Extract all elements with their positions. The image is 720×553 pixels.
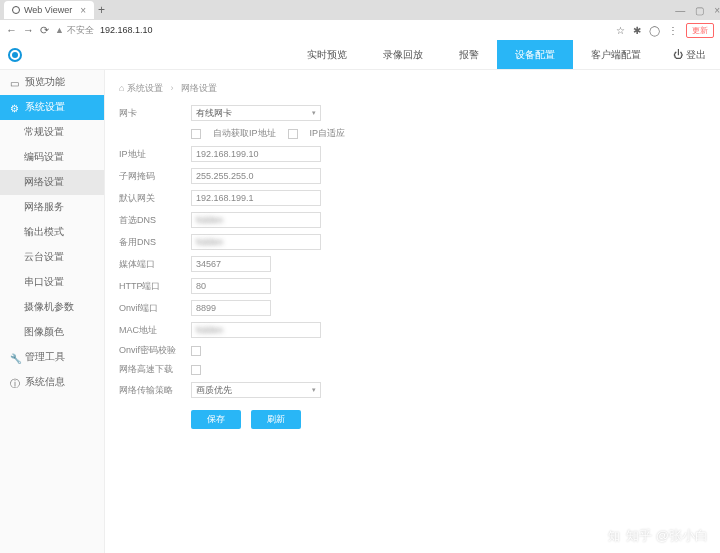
nic-label: 网卡	[119, 107, 191, 120]
chevron-down-icon: ▾	[312, 386, 316, 394]
ip-input[interactable]: 192.168.199.10	[191, 146, 321, 162]
top-nav: 实时预览 录像回放 报警 设备配置 客户端配置 ⏻ 登出	[0, 40, 720, 70]
tab-title: Web Viewer	[24, 5, 72, 15]
address-bar: ← → ⟳ ▲ 不安全 192.168.1.10 ☆ ✱ ◯ ⋮ 更新	[0, 20, 720, 40]
tab-bar: Web Viewer × + — ▢ ×	[0, 0, 720, 20]
app-logo[interactable]	[0, 40, 30, 69]
sidebar-item-network[interactable]: 网络设置	[0, 170, 104, 195]
logout-link[interactable]: ⏻ 登出	[659, 40, 720, 69]
onvif-auth-checkbox[interactable]	[191, 346, 201, 356]
media-port-input[interactable]: 34567	[191, 256, 271, 272]
logo-icon	[8, 48, 22, 62]
insecure-badge[interactable]: ▲ 不安全	[55, 24, 94, 37]
forward-icon[interactable]: →	[23, 24, 34, 37]
chevron-down-icon: ▾	[312, 109, 316, 117]
new-tab-button[interactable]: +	[98, 3, 105, 17]
wrench-icon: 🔧	[10, 353, 20, 363]
breadcrumb: ⌂ 系统设置 › 网络设置	[119, 78, 706, 105]
auto-ip-label: 自动获取IP地址	[213, 127, 276, 140]
mask-input[interactable]: 255.255.255.0	[191, 168, 321, 184]
extension-icon[interactable]: ✱	[633, 25, 641, 36]
url-text[interactable]: 192.168.1.10	[100, 25, 610, 35]
power-icon: ⏻	[673, 49, 683, 60]
save-button[interactable]: 保存	[191, 410, 241, 429]
menu-icon[interactable]: ⋮	[668, 25, 678, 36]
nic-select[interactable]: 有线网卡 ▾	[191, 105, 321, 121]
onvif-port-input[interactable]: 8899	[191, 300, 271, 316]
nav-alarm[interactable]: 报警	[441, 40, 497, 69]
dns1-input[interactable]: hidden	[191, 212, 321, 228]
sidebar-item-ptz[interactable]: 云台设置	[0, 245, 104, 270]
sidebar: ▭ 预览功能 ⚙ 系统设置 常规设置 编码设置 网络设置 网络服务 输出模式 云…	[0, 70, 105, 553]
update-button[interactable]: 更新	[686, 23, 714, 38]
nav-device-config[interactable]: 设备配置	[497, 40, 573, 69]
sidebar-item-preview[interactable]: ▭ 预览功能	[0, 70, 104, 95]
sidebar-item-serial[interactable]: 串口设置	[0, 270, 104, 295]
chevron-right-icon: ›	[170, 83, 173, 93]
crumb-icon: ⌂	[119, 83, 124, 93]
browser-tab[interactable]: Web Viewer ×	[4, 1, 94, 19]
sidebar-item-netservice[interactable]: 网络服务	[0, 195, 104, 220]
star-icon[interactable]: ☆	[616, 25, 625, 36]
sidebar-item-camera[interactable]: 摄像机参数	[0, 295, 104, 320]
watermark: 知 知乎 @张小白	[608, 527, 708, 545]
sidebar-item-output[interactable]: 输出模式	[0, 220, 104, 245]
sidebar-item-tools[interactable]: 🔧 管理工具	[0, 345, 104, 370]
maximize-icon[interactable]: ▢	[695, 5, 704, 16]
close-window-icon[interactable]: ×	[714, 5, 720, 16]
sidebar-item-system[interactable]: ⚙ 系统设置	[0, 95, 104, 120]
content: ⌂ 系统设置 › 网络设置 网卡 有线网卡 ▾ 自动获取IP地址 IP自适应 I…	[105, 70, 720, 553]
auto-ip-checkbox[interactable]	[191, 129, 201, 139]
nav-client-config[interactable]: 客户端配置	[573, 40, 659, 69]
user-icon[interactable]: ◯	[649, 25, 660, 36]
gateway-input[interactable]: 192.168.199.1	[191, 190, 321, 206]
favicon-icon	[12, 6, 20, 14]
browser-chrome: Web Viewer × + — ▢ × ← → ⟳ ▲ 不安全 192.168…	[0, 0, 720, 40]
ip-adaptive-checkbox[interactable]	[288, 129, 298, 139]
strategy-select[interactable]: 画质优先 ▾	[191, 382, 321, 398]
monitor-icon: ▭	[10, 78, 20, 88]
sidebar-item-color[interactable]: 图像颜色	[0, 320, 104, 345]
dns2-input[interactable]: hidden	[191, 234, 321, 250]
refresh-button[interactable]: 刷新	[251, 410, 301, 429]
zhihu-icon: 知	[608, 528, 620, 545]
minimize-icon[interactable]: —	[675, 5, 685, 16]
ip-adaptive-label: IP自适应	[310, 127, 346, 140]
warning-icon: ▲	[55, 25, 64, 35]
nav-playback[interactable]: 录像回放	[365, 40, 441, 69]
gear-icon: ⚙	[10, 103, 20, 113]
sidebar-item-encode[interactable]: 编码设置	[0, 145, 104, 170]
mac-input[interactable]: hidden	[191, 322, 321, 338]
close-icon[interactable]: ×	[80, 5, 86, 16]
hs-download-checkbox[interactable]	[191, 365, 201, 375]
sidebar-item-general[interactable]: 常规设置	[0, 120, 104, 145]
http-port-input[interactable]: 80	[191, 278, 271, 294]
sidebar-item-info[interactable]: ⓘ 系统信息	[0, 370, 104, 395]
reload-icon[interactable]: ⟳	[40, 24, 49, 37]
info-icon: ⓘ	[10, 378, 20, 388]
nav-preview[interactable]: 实时预览	[289, 40, 365, 69]
back-icon[interactable]: ←	[6, 24, 17, 37]
